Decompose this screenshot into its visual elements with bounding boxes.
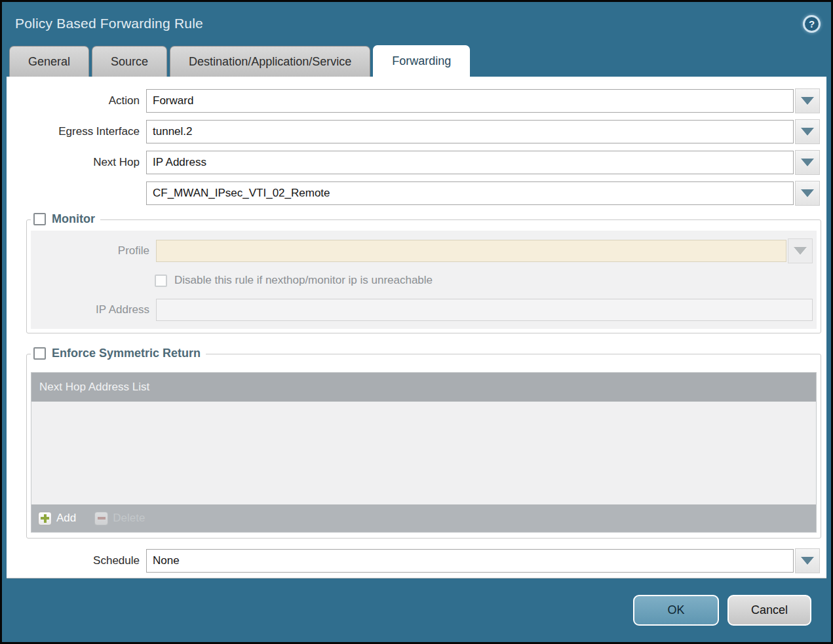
enforce-symmetric-return-section: Enforce Symmetric Return Next Hop Addres…	[26, 354, 821, 539]
next-hop-address-list-body	[31, 402, 816, 504]
chevron-down-icon	[801, 97, 814, 105]
egress-interface-label: Egress Interface	[7, 125, 146, 138]
monitor-ip-address-field	[156, 299, 813, 321]
help-glyph: ?	[809, 18, 815, 29]
disable-rule-checkbox	[155, 275, 167, 287]
schedule-value[interactable]: None	[146, 549, 794, 573]
cancel-button[interactable]: Cancel	[727, 595, 811, 626]
tab-general[interactable]: General	[9, 46, 89, 77]
egress-interface-value[interactable]: tunnel.2	[146, 120, 794, 143]
monitor-ip-address-label: IP Address	[35, 303, 156, 316]
next-hop-address-value[interactable]: CF_MWAN_IPsec_VTI_02_Remote	[146, 181, 794, 205]
chevron-down-icon	[801, 128, 814, 136]
next-hop-address-dropdown-button[interactable]	[795, 181, 820, 206]
next-hop-address-list-toolbar: Add Delete	[31, 504, 816, 532]
next-hop-address-combo: CF_MWAN_IPsec_VTI_02_Remote	[146, 181, 820, 206]
dialog-footer: OK Cancel	[2, 578, 831, 642]
ok-button[interactable]: OK	[633, 595, 719, 626]
tab-destination-application-service[interactable]: Destination/Application/Service	[170, 46, 370, 77]
schedule-row: Schedule None	[7, 548, 826, 573]
monitor-ip-address-row: IP Address	[35, 299, 813, 321]
chevron-down-icon	[801, 189, 814, 197]
egress-interface-dropdown-button[interactable]	[795, 119, 820, 144]
tab-bar: General Source Destination/Application/S…	[2, 45, 831, 77]
action-dropdown-button[interactable]	[795, 88, 820, 113]
enforce-symmetric-return-label: Enforce Symmetric Return	[52, 347, 201, 360]
next-hop-row: Next Hop IP Address	[7, 150, 826, 175]
next-hop-address-row: CF_MWAN_IPsec_VTI_02_Remote	[7, 181, 826, 206]
title-bar: Policy Based Forwarding Rule ?	[2, 2, 831, 45]
profile-combo	[156, 238, 813, 263]
action-row: Action Forward	[7, 88, 826, 113]
delete-button: Delete	[94, 512, 145, 525]
chevron-down-icon	[794, 247, 807, 255]
schedule-combo: None	[146, 548, 820, 573]
chevron-down-icon	[801, 557, 814, 565]
monitor-legend: Monitor	[31, 212, 100, 226]
next-hop-type-combo: IP Address	[146, 150, 820, 175]
minus-icon	[94, 512, 108, 525]
monitor-legend-label: Monitor	[52, 212, 95, 226]
add-button[interactable]: Add	[38, 512, 76, 525]
profile-dropdown-button	[788, 238, 813, 263]
policy-based-forwarding-rule-dialog: Policy Based Forwarding Rule ? General S…	[0, 0, 833, 644]
tab-forwarding[interactable]: Forwarding	[373, 45, 470, 77]
profile-row: Profile	[35, 238, 813, 263]
disable-rule-row: Disable this rule if nexthop/monitor ip …	[155, 274, 813, 287]
action-label: Action	[7, 94, 146, 107]
action-value[interactable]: Forward	[146, 89, 794, 113]
delete-button-label: Delete	[113, 512, 145, 525]
tab-source[interactable]: Source	[92, 46, 167, 77]
schedule-label: Schedule	[7, 554, 146, 567]
profile-value	[156, 240, 786, 262]
chevron-down-icon	[801, 159, 814, 166]
profile-label: Profile	[35, 244, 156, 257]
enforce-symmetric-return-checkbox[interactable]	[33, 347, 46, 360]
disable-rule-label: Disable this rule if nexthop/monitor ip …	[174, 274, 433, 287]
dialog-title: Policy Based Forwarding Rule	[15, 16, 203, 31]
next-hop-address-list-header: Next Hop Address List	[31, 373, 816, 402]
next-hop-label: Next Hop	[7, 156, 146, 169]
forwarding-tab-panel: Action Forward Egress Interface tunnel.2…	[7, 77, 826, 578]
monitor-panel: Profile Disable this rule if nexthop/mon…	[31, 231, 817, 329]
next-hop-type-dropdown-button[interactable]	[795, 150, 820, 175]
enforce-symmetric-return-legend: Enforce Symmetric Return	[31, 347, 206, 360]
next-hop-address-list-table: Next Hop Address List Add Delete	[31, 372, 817, 533]
action-combo: Forward	[146, 88, 820, 113]
egress-interface-combo: tunnel.2	[146, 119, 820, 144]
monitor-checkbox[interactable]	[33, 213, 46, 225]
help-icon[interactable]: ?	[803, 15, 821, 33]
egress-interface-row: Egress Interface tunnel.2	[7, 119, 826, 144]
next-hop-type-value[interactable]: IP Address	[146, 151, 794, 174]
monitor-section: Monitor Profile Disable this rule if nex…	[26, 219, 821, 333]
schedule-dropdown-button[interactable]	[795, 548, 820, 573]
plus-icon	[38, 512, 52, 525]
add-button-label: Add	[56, 512, 76, 525]
